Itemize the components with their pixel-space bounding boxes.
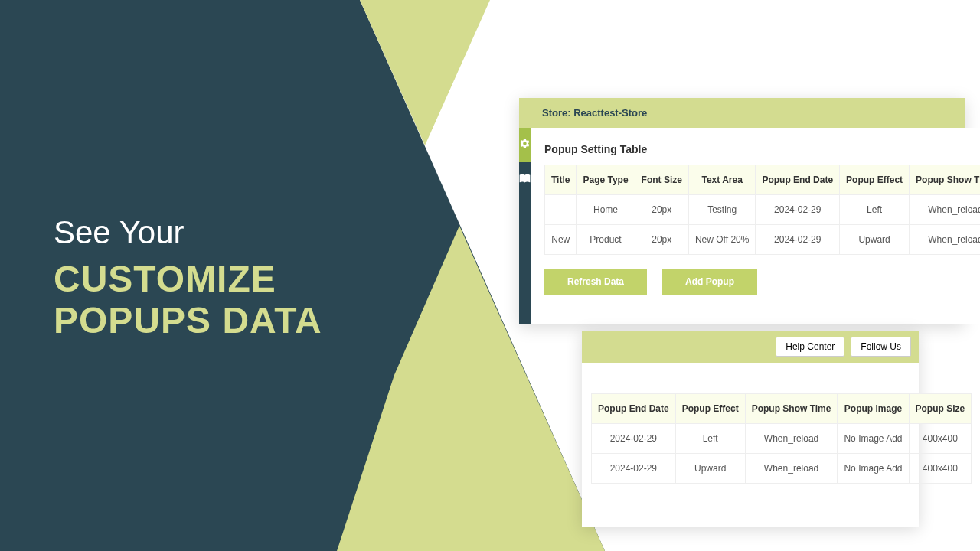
cell-end-date: 2024-02-29 bbox=[756, 225, 840, 255]
cell-end-date: 2024-02-29 bbox=[592, 454, 676, 484]
cell-font-size: 20px bbox=[635, 225, 688, 255]
table-header-row: Popup End Date Popup Effect Popup Show T… bbox=[592, 394, 972, 424]
gear-icon bbox=[519, 138, 531, 152]
add-popup-button[interactable]: Add Popup bbox=[662, 269, 757, 295]
col-title: Title bbox=[545, 165, 577, 195]
cell-image: No Image Add bbox=[838, 454, 909, 484]
table-header-row: Title Page Type Font Size Text Area Popu… bbox=[545, 165, 981, 195]
cell-title: New bbox=[545, 225, 577, 255]
col-popup-image: Popup Image bbox=[838, 394, 909, 424]
cell-page-type: Product bbox=[577, 225, 635, 255]
col-popup-effect: Popup Effect bbox=[675, 394, 745, 424]
cell-title bbox=[545, 195, 577, 225]
col-text-area: Text Area bbox=[688, 165, 755, 195]
cell-effect: Left bbox=[675, 424, 745, 454]
cell-end-date: 2024-02-29 bbox=[592, 424, 676, 454]
help-center-button[interactable]: Help Center bbox=[776, 337, 844, 357]
cell-font-size: 20px bbox=[635, 195, 688, 225]
section-title: Popup Setting Table bbox=[544, 143, 980, 155]
cell-show-time: When_reload bbox=[910, 195, 980, 225]
cell-image: No Image Add bbox=[838, 424, 909, 454]
refresh-data-button[interactable]: Refresh Data bbox=[544, 269, 647, 295]
table-row[interactable]: 2024-02-29 Upward When_reload No Image A… bbox=[592, 454, 972, 484]
button-row: Refresh Data Add Popup bbox=[544, 269, 980, 295]
cell-show-time: When_reload bbox=[910, 225, 980, 255]
table-row[interactable]: 2024-02-29 Left When_reload No Image Add… bbox=[592, 424, 972, 454]
sidebar-item-settings[interactable] bbox=[519, 128, 531, 162]
store-label: Store: Reacttest-Store bbox=[519, 98, 965, 128]
panel2-body: Popup End Date Popup Effect Popup Show T… bbox=[582, 363, 919, 493]
popup-settings-panel: Store: Reacttest-Store Popup Setting Tab… bbox=[519, 98, 965, 324]
col-popup-show-time: Popup Show Time bbox=[745, 394, 838, 424]
hero-line-3: POPUPS DATA bbox=[54, 300, 322, 341]
cell-effect: Upward bbox=[675, 454, 745, 484]
sidebar-item-docs[interactable] bbox=[519, 162, 531, 197]
cell-size: 400x400 bbox=[909, 454, 972, 484]
col-font-size: Font Size bbox=[635, 165, 688, 195]
col-page-type: Page Type bbox=[577, 165, 635, 195]
panel2-header: Help Center Follow Us bbox=[582, 331, 919, 363]
hero-line-2: CUSTOMIZE bbox=[54, 259, 322, 300]
col-popup-size: Popup Size bbox=[909, 394, 972, 424]
cell-text-area: New Off 20% bbox=[688, 225, 755, 255]
cell-show-time: When_reload bbox=[745, 424, 838, 454]
sidebar bbox=[519, 128, 531, 324]
panel1-content: Popup Setting Table Title Page Type Font… bbox=[531, 128, 980, 324]
cell-end-date: 2024-02-29 bbox=[756, 195, 840, 225]
col-popup-effect: Popup Effect bbox=[840, 165, 910, 195]
cell-page-type: Home bbox=[577, 195, 635, 225]
cell-show-time: When_reload bbox=[745, 454, 838, 484]
popup-detail-table: Popup End Date Popup Effect Popup Show T… bbox=[591, 393, 972, 484]
table-row[interactable]: New Product 20px New Off 20% 2024-02-29 … bbox=[545, 225, 981, 255]
cell-size: 400x400 bbox=[909, 424, 972, 454]
cell-effect: Upward bbox=[840, 225, 910, 255]
follow-us-button[interactable]: Follow Us bbox=[851, 337, 911, 357]
popup-detail-panel: Help Center Follow Us Popup End Date Pop… bbox=[582, 331, 919, 527]
popup-table: Title Page Type Font Size Text Area Popu… bbox=[544, 165, 980, 255]
cell-effect: Left bbox=[840, 195, 910, 225]
col-popup-show-time: Popup Show Time bbox=[910, 165, 980, 195]
col-popup-end-date: Popup End Date bbox=[756, 165, 840, 195]
hero-text: See Your CUSTOMIZE POPUPS DATA bbox=[54, 214, 322, 341]
cell-text-area: Testing bbox=[688, 195, 755, 225]
hero-line-1: See Your bbox=[54, 214, 322, 251]
col-popup-end-date: Popup End Date bbox=[592, 394, 676, 424]
table-row[interactable]: Home 20px Testing 2024-02-29 Left When_r… bbox=[545, 195, 981, 225]
book-icon bbox=[519, 172, 531, 187]
